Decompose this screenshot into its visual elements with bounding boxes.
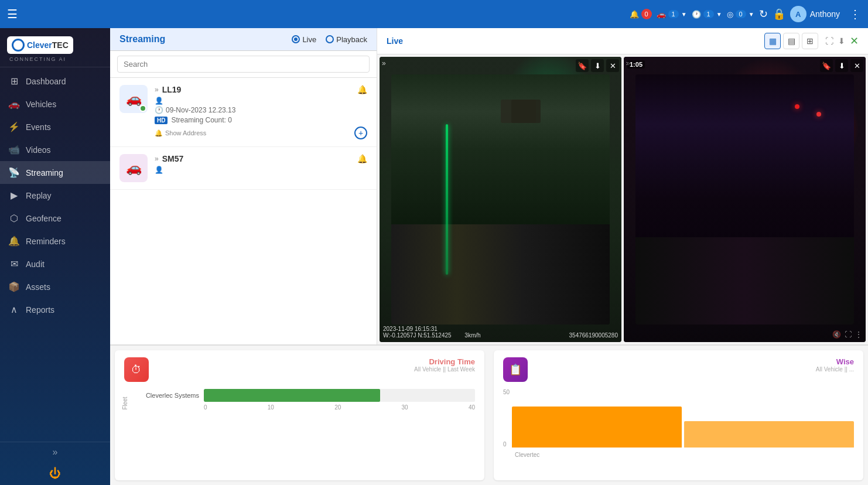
- user-icon-sm57: 👤: [155, 166, 163, 174]
- show-address-btn[interactable]: 🔔 Show Address: [155, 129, 206, 137]
- x-label-20: 20: [334, 404, 341, 411]
- quad-view-btn[interactable]: ⊞: [802, 33, 818, 49]
- vehicle-chevron-sm57: »: [155, 155, 159, 163]
- streaming-panel: Streaming Live Playback: [110, 28, 868, 344]
- radio-playback[interactable]: Playback: [326, 35, 367, 44]
- vehicle-bell-icon[interactable]: 🔔: [357, 85, 367, 94]
- vehicles-count: 1: [668, 10, 679, 18]
- sidebar-item-label: Reminders: [26, 237, 66, 246]
- more-icon[interactable]: ⋮: [849, 7, 861, 21]
- zero-badge[interactable]: ◎ 0 ▼: [727, 10, 754, 19]
- vehicles-badge[interactable]: 🚗 1 ▼: [657, 10, 687, 19]
- wise-bar-2: [684, 421, 854, 448]
- reports-icon: ∧: [8, 304, 20, 315]
- alerts-badge[interactable]: 🔔 0: [630, 9, 652, 19]
- search-input[interactable]: [117, 56, 370, 73]
- car-icon: 🚗: [657, 10, 666, 19]
- sidebar-item-dashboard[interactable]: ⊞ Dashboard: [0, 70, 110, 93]
- geofence-icon: ⬡: [8, 213, 20, 224]
- vehicle-footer: 🔔 Show Address +: [155, 127, 367, 139]
- y-label-50: 50: [503, 389, 510, 395]
- vehicle-info-sm57: » SM57 🔔 👤: [155, 154, 367, 175]
- clipboard-icon: 📋: [509, 363, 522, 376]
- add-stream-btn[interactable]: +: [354, 127, 367, 139]
- video-cell-2: » 🔖 ⬇ ✕: [624, 57, 866, 342]
- driving-time-title: Driving Time: [414, 357, 475, 366]
- vehicle-bell-sm57[interactable]: 🔔: [357, 154, 367, 163]
- sidebar-item-vehicles[interactable]: 🚗 Vehicles: [0, 93, 110, 115]
- vehicle-item-ll19[interactable]: 🚗 » LL19 🔔 👤: [110, 78, 377, 147]
- download-icon-2[interactable]: ⬇: [835, 59, 848, 72]
- sidebar-item-events[interactable]: ⚡ Events: [0, 115, 110, 138]
- close-icon-1[interactable]: ✕: [606, 59, 619, 72]
- time-chevron: ▼: [716, 11, 722, 18]
- mute-icon-2[interactable]: 🔇: [832, 330, 841, 339]
- vehicles-icon: 🚗: [8, 98, 20, 110]
- bookmark-icon-2[interactable]: 🔖: [820, 59, 833, 72]
- alerts-count: 0: [641, 9, 652, 19]
- zero-chevron: ▼: [749, 11, 754, 18]
- refresh-icon[interactable]: ↻: [759, 8, 768, 21]
- vehicle-item-sm57[interactable]: 🚗 » SM57 🔔 👤: [110, 147, 377, 190]
- user-menu[interactable]: A Anthony: [790, 6, 840, 22]
- left-panel: Streaming Live Playback: [110, 28, 377, 344]
- close-icon-2[interactable]: ✕: [850, 59, 863, 72]
- bar-row-label: Cleverlec Systems: [141, 392, 199, 399]
- power-icon[interactable]: ⏻: [49, 467, 61, 480]
- sidebar-item-audit[interactable]: ✉ Audit: [0, 252, 110, 275]
- timer-icon: ⏱: [131, 364, 142, 376]
- sidebar-item-label: Videos: [26, 145, 51, 155]
- sidebar-item-videos[interactable]: 📹 Videos: [0, 138, 110, 161]
- expand-icon[interactable]: »: [53, 447, 58, 457]
- zero-count: 0: [736, 10, 746, 18]
- download-icon-1[interactable]: ⬇: [591, 59, 604, 72]
- sidebar-item-label: Reports: [26, 305, 54, 315]
- vehicle-header: » LL19 🔔: [155, 85, 367, 94]
- logo-circle: [12, 39, 25, 52]
- clock-icon: 🕐: [692, 10, 701, 19]
- gauge-icon: ◎: [727, 10, 733, 19]
- live-label: Live: [387, 36, 403, 46]
- vehicle-user-detail: 👤: [155, 97, 367, 105]
- vehicle-info: » LL19 🔔 👤 🕐 09-Nov-2023 12.23.13: [155, 85, 367, 139]
- sidebar-item-assets[interactable]: 📦 Assets: [0, 275, 110, 298]
- panel-header: Streaming Live Playback: [110, 28, 377, 51]
- download-header-icon[interactable]: ⬇: [838, 36, 845, 46]
- fullscreen-icon-2[interactable]: ⛶: [845, 330, 852, 339]
- streaming-icon: 📡: [8, 167, 20, 178]
- video-controls-2: 🔇 ⛶ ⋮: [832, 330, 862, 339]
- video-header: Live ▦ ▤ ⊞ ⛶ ⬇ ✕: [377, 28, 868, 54]
- sidebar-logo: CleverTEC CONNECTING AI: [0, 28, 110, 67]
- bell-small-icon: 🔔: [155, 129, 163, 137]
- x-label-30: 30: [402, 404, 408, 411]
- sidebar-item-reports[interactable]: ∧ Reports: [0, 298, 110, 321]
- reminders-icon: 🔔: [8, 235, 20, 247]
- radio-live[interactable]: Live: [292, 35, 316, 44]
- logo-box: CleverTEC: [7, 36, 73, 54]
- sidebar-item-geofence[interactable]: ⬡ Geofence: [0, 207, 110, 230]
- vehicle-status-dot: [139, 105, 146, 112]
- close-panel-icon[interactable]: ✕: [850, 35, 859, 47]
- bookmark-icon-1[interactable]: 🔖: [576, 59, 589, 72]
- events-icon: ⚡: [8, 121, 20, 132]
- sidebar-item-streaming[interactable]: 📡 Streaming: [0, 161, 110, 184]
- radio-dot-live: [292, 35, 300, 43]
- y-axis-wise: 50 0: [503, 389, 512, 448]
- more-icon-2[interactable]: ⋮: [855, 330, 862, 339]
- lock-icon[interactable]: 🔒: [773, 8, 785, 21]
- fullscreen-icon[interactable]: ⛶: [825, 36, 833, 46]
- grid-view-btn[interactable]: ▦: [764, 33, 781, 49]
- menu-icon[interactable]: ☰: [7, 7, 18, 21]
- sidebar-item-reminders[interactable]: 🔔 Reminders: [0, 230, 110, 252]
- wise-icon-box: 📋: [503, 357, 528, 382]
- vehicle-user-sm57: 👤: [155, 166, 367, 174]
- sidebar-item-replay[interactable]: ▶ Replay: [0, 184, 110, 207]
- sidebar-nav: ⊞ Dashboard 🚗 Vehicles ⚡ Events 📹 Videos…: [0, 67, 110, 442]
- hd-badge: HD: [155, 117, 168, 124]
- single-view-btn[interactable]: ▤: [783, 33, 799, 49]
- sidebar-expand: »: [0, 442, 110, 462]
- time-badge[interactable]: 🕐 1 ▼: [692, 10, 722, 19]
- sidebar-item-label: Events: [26, 122, 51, 132]
- y-label-0: 0: [503, 441, 510, 448]
- x-axis: 0 10 20 30 40: [204, 404, 475, 411]
